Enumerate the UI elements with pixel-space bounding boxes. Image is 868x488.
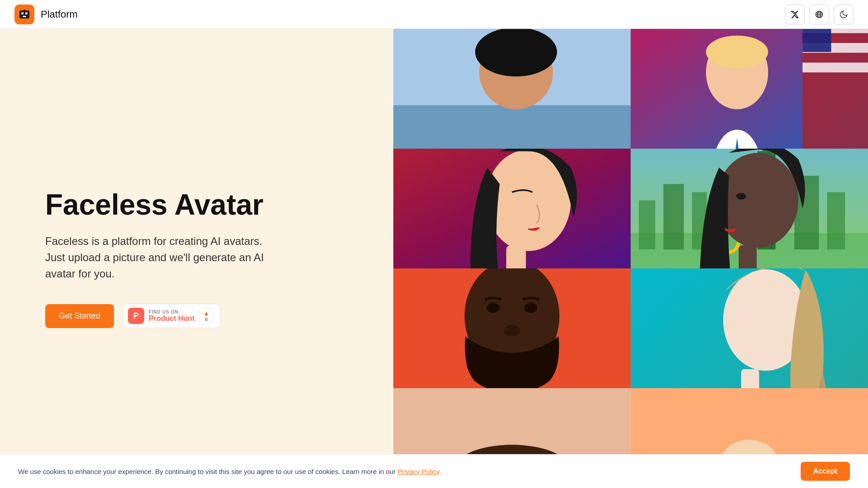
svg-rect-23 [802, 29, 831, 52]
x-twitter-button[interactable] [785, 5, 805, 24]
ph-product-hunt-label: Product Hunt [149, 314, 194, 323]
hero-section: Faceless Avatar Faceless is a platform f… [0, 29, 868, 488]
cookie-banner: We use cookies to enhance your experienc… [0, 454, 868, 488]
avatar-image-3 [393, 149, 631, 268]
svg-rect-22 [802, 63, 868, 73]
avatar-image-5 [393, 268, 631, 388]
hero-title: Faceless Avatar [45, 189, 393, 221]
avatar-image-4 [631, 149, 868, 268]
svg-point-5 [22, 12, 23, 14]
navbar: Platform [0, 0, 868, 29]
hero-actions: Get Started P FIND US ON Product Hunt ▲ … [45, 304, 393, 328]
dark-mode-button[interactable] [834, 5, 854, 24]
logo-icon [18, 8, 31, 21]
globe-icon [815, 10, 824, 19]
ph-find-us-label: FIND US ON [149, 310, 194, 314]
svg-point-6 [26, 12, 28, 14]
ph-upvote-number: 8 [205, 317, 208, 322]
svg-point-57 [504, 325, 520, 336]
svg-rect-60 [741, 369, 759, 388]
hero-description: Faceless is a platform for creating AI a… [45, 233, 280, 282]
avatar-grid-container [393, 29, 868, 488]
svg-rect-36 [639, 200, 655, 249]
get-started-button[interactable]: Get Started [45, 304, 114, 328]
globe-button[interactable] [809, 5, 829, 24]
svg-point-17 [475, 29, 557, 76]
svg-rect-40 [827, 192, 845, 249]
svg-rect-0 [19, 10, 29, 19]
privacy-policy-link[interactable]: Privacy Policy [397, 468, 439, 475]
cookie-text: We use cookies to enhance your experienc… [18, 468, 786, 475]
avatar-image-2 [631, 29, 868, 149]
ph-upvote-count: ▲ 8 [199, 308, 213, 324]
svg-point-47 [717, 153, 798, 248]
accept-cookies-button[interactable]: Accept [801, 462, 850, 481]
svg-rect-45 [739, 245, 757, 268]
svg-point-48 [736, 193, 746, 199]
svg-rect-4 [24, 9, 25, 11]
avatar-image-6 [631, 268, 868, 388]
nav-left: Platform [14, 5, 78, 24]
avatar-grid [393, 29, 868, 488]
svg-rect-37 [663, 184, 684, 249]
cookie-period: . [439, 468, 441, 475]
hero-left: Faceless Avatar Faceless is a platform f… [0, 29, 393, 488]
product-hunt-logo: P [128, 308, 144, 324]
svg-rect-3 [23, 16, 26, 17]
product-hunt-badge[interactable]: P FIND US ON Product Hunt ▲ 8 [123, 304, 220, 328]
nav-title: Platform [41, 9, 78, 20]
svg-point-56 [524, 303, 538, 313]
avatar-image-1 [393, 29, 631, 149]
nav-right [785, 5, 854, 24]
ph-upvote-arrow-icon: ▲ [203, 310, 209, 317]
svg-point-55 [486, 303, 500, 313]
x-icon [790, 10, 799, 19]
cookie-main-text: We use cookies to enhance your experienc… [18, 468, 397, 475]
moon-icon [839, 10, 848, 19]
logo-box [14, 5, 34, 24]
svg-rect-14 [393, 105, 631, 149]
svg-point-28 [706, 36, 769, 68]
product-hunt-text: FIND US ON Product Hunt [149, 310, 194, 323]
